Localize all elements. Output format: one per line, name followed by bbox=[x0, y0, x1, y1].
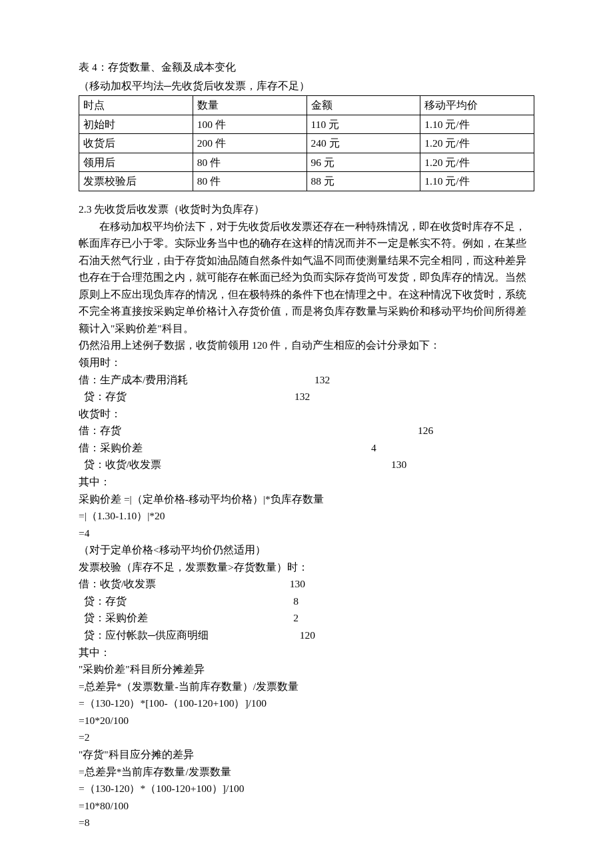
th-2: 金额 bbox=[306, 96, 420, 115]
entry-recv-3: 贷：收货/收发票 130 bbox=[79, 456, 534, 473]
table-row: 收货后200 件240 元1.20 元/件 bbox=[79, 134, 534, 153]
table-row: 发票校验后80 件88 元1.10 元/件 bbox=[79, 172, 534, 191]
th-1: 数量 bbox=[193, 96, 306, 115]
table-row: 领用后80 件96 元1.20 元/件 bbox=[79, 153, 534, 172]
section-intro2: 仍然沿用上述例子数据，收货前领用 120 件，自动产生相应的会计分录如下： bbox=[79, 337, 534, 354]
entry-inv-2: 贷：存货 8 bbox=[79, 593, 299, 610]
entry-recv-2: 借：采购价差 4 bbox=[79, 439, 534, 457]
diff-line: =（130-120）*[100-（100-120+100）]/100 bbox=[79, 695, 534, 712]
diff-line: =8 bbox=[79, 814, 534, 831]
calc-title: 其中： bbox=[79, 473, 534, 491]
calc2-title: 其中： bbox=[79, 644, 534, 661]
diff-line: =总差异*当前库存数量/发票数量 bbox=[79, 763, 534, 781]
table4-title: 表 4：存货数量、金额及成本变化 bbox=[79, 59, 534, 76]
table4-subtitle: （移动加权平均法─先收货后收发票，库存不足） bbox=[79, 77, 534, 95]
table4: 时点 数量 金额 移动平均价 初始时100 件110 元1.10 元/件 收货后… bbox=[79, 95, 534, 191]
entry-inv-1: 借：收货/收发票 130 bbox=[79, 575, 305, 593]
diff-line: =总差异*（发票数量-当前库存数量）/发票数量 bbox=[79, 678, 534, 695]
calc-line: =4 bbox=[79, 525, 534, 542]
entry-recv-1: 借：存货 126 bbox=[79, 422, 534, 439]
table-header-row: 时点 数量 金额 移动平均价 bbox=[79, 96, 534, 115]
diff-line: "采购价差"科目所分摊差异 bbox=[79, 661, 534, 678]
entry-inv-3: 贷：采购价差 2 bbox=[79, 609, 299, 627]
recv-title: 收货时： bbox=[79, 405, 534, 423]
use-title: 领用时： bbox=[79, 354, 534, 371]
diff-line: "存货"科目应分摊的差异 bbox=[79, 746, 534, 763]
calc-line: （对于定单价格<移动平均价仍然适用） bbox=[79, 541, 534, 559]
section-heading: 2.3 先收货后收发票（收货时为负库存） bbox=[79, 201, 534, 218]
th-0: 时点 bbox=[79, 96, 193, 115]
calc-line: 采购价差 =|（定单价格-移动平均价格）|*负库存数量 bbox=[79, 491, 534, 508]
entry-use-1: 借：生产成本/费用消耗 132 bbox=[79, 371, 534, 389]
entry-inv-4: 贷：应付帐款─供应商明细 120 bbox=[79, 627, 315, 644]
section-para: 在移动加权平均价法下，对于先收货后收发票还存在一种特殊情况，即在收货时库存不足，… bbox=[79, 218, 534, 337]
entry-use-2: 贷：存货 132 bbox=[79, 388, 534, 405]
diff-line: =（130-120）*（100-120+100）]/100 bbox=[79, 780, 534, 797]
diff-line: =10*20/100 bbox=[79, 712, 534, 729]
table-row: 初始时100 件110 元1.10 元/件 bbox=[79, 115, 534, 134]
th-3: 移动平均价 bbox=[420, 96, 534, 115]
diff-line: =10*80/100 bbox=[79, 797, 534, 815]
inv-title: 发票校验（库存不足，发票数量>存货数量）时： bbox=[79, 559, 534, 576]
calc-line: =|（1.30-1.10）|*20 bbox=[79, 507, 534, 525]
diff-line: =2 bbox=[79, 729, 534, 746]
